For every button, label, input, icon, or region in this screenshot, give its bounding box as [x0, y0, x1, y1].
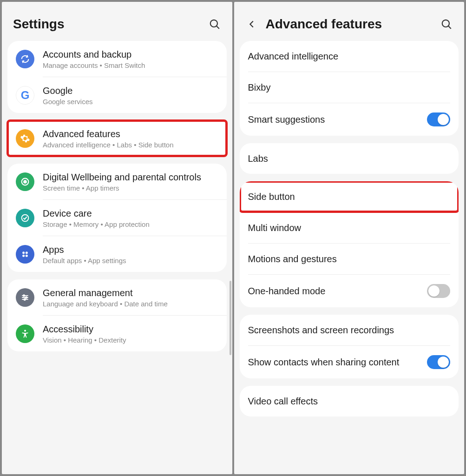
svg-point-6 — [26, 251, 28, 254]
feature-item-title: Multi window — [248, 222, 301, 234]
features-group: Video call effects — [240, 386, 459, 416]
feature-item-title: Side button — [248, 191, 295, 203]
settings-item-accessibility[interactable]: Accessibility Vision • Hearing • Dexteri… — [7, 316, 227, 351]
settings-item-apps[interactable]: Apps Default apps • App settings — [7, 236, 227, 272]
google-icon: G — [16, 86, 34, 105]
search-icon — [440, 18, 453, 30]
scrollbar[interactable] — [230, 281, 231, 355]
svg-point-16 — [442, 20, 449, 27]
settings-item-title: Accessibility — [43, 323, 218, 335]
svg-point-12 — [23, 295, 25, 296]
settings-item-sub: Advanced intelligence • Labs • Side butt… — [43, 141, 218, 149]
search-button[interactable] — [208, 18, 221, 31]
apps-icon — [16, 245, 34, 264]
settings-panel: Settings Accounts and backup Manage acco… — [2, 2, 232, 474]
settings-content[interactable]: Accounts and backup Manage accounts • Sm… — [2, 41, 232, 474]
feature-item-one-handed-mode[interactable]: One-handed mode — [240, 275, 459, 307]
feature-item-title: One-handed mode — [248, 285, 419, 297]
svg-point-7 — [22, 254, 25, 257]
gear-icon — [16, 129, 34, 148]
svg-point-0 — [210, 20, 217, 27]
settings-item-device-care[interactable]: Device care Storage • Memory • App prote… — [7, 200, 227, 236]
feature-item-multi-window[interactable]: Multi window — [240, 212, 459, 243]
settings-item-title: Device care — [43, 207, 218, 219]
settings-item-title: Digital Wellbeing and parental controls — [43, 171, 218, 183]
svg-point-8 — [26, 254, 28, 257]
settings-item-google[interactable]: G Google Google services — [7, 77, 227, 113]
svg-point-14 — [24, 298, 26, 300]
settings-item-title: Advanced features — [43, 128, 218, 140]
feature-item-title: Labs — [248, 152, 268, 165]
settings-item-sub: Google services — [43, 98, 218, 106]
feature-item-motions-gestures[interactable]: Motions and gestures — [240, 244, 459, 274]
settings-item-sub: Manage accounts • Smart Switch — [43, 61, 218, 69]
feature-item-title: Motions and gestures — [248, 253, 337, 265]
sync-icon — [16, 50, 34, 68]
page-title: Advanced features — [266, 17, 433, 32]
settings-item-general-management[interactable]: General management Language and keyboard… — [7, 279, 227, 315]
feature-item-side-button[interactable]: Side button — [240, 181, 459, 212]
sliders-icon — [16, 288, 34, 307]
advanced-features-panel: Advanced features Advanced intelligence … — [234, 2, 465, 474]
feature-item-smart-suggestions[interactable]: Smart suggestions — [240, 103, 459, 136]
wellbeing-icon — [16, 172, 34, 191]
svg-point-15 — [24, 330, 26, 331]
svg-line-1 — [216, 26, 219, 29]
settings-group: Digital Wellbeing and parental controls … — [7, 164, 227, 272]
search-button[interactable] — [440, 18, 453, 31]
feature-item-title: Advanced intelligence — [248, 50, 339, 62]
settings-item-sub: Vision • Hearing • Dexterity — [43, 336, 218, 344]
feature-item-advanced-intelligence[interactable]: Advanced intelligence — [240, 41, 459, 72]
settings-item-advanced-features[interactable]: Advanced features Advanced intelligence … — [7, 120, 227, 156]
page-title: Settings — [13, 17, 201, 32]
svg-point-3 — [24, 180, 26, 183]
feature-item-video-call-effects[interactable]: Video call effects — [240, 386, 459, 416]
settings-item-sub: Default apps • App settings — [43, 257, 218, 264]
settings-group: Accounts and backup Manage accounts • Sm… — [7, 41, 227, 113]
feature-item-screenshots[interactable]: Screenshots and screen recordings — [240, 315, 459, 345]
feature-item-labs[interactable]: Labs — [240, 143, 459, 174]
feature-item-title: Video call effects — [248, 395, 318, 407]
settings-item-title: Accounts and backup — [43, 48, 218, 60]
features-group: Labs — [240, 143, 459, 174]
settings-item-sub: Storage • Memory • App protection — [43, 220, 218, 228]
features-group: Side button Multi window Motions and ges… — [240, 181, 459, 307]
feature-item-show-contacts-sharing[interactable]: Show contacts when sharing content — [240, 346, 459, 378]
settings-item-digital-wellbeing[interactable]: Digital Wellbeing and parental controls … — [7, 164, 227, 199]
features-group: Advanced intelligence Bixby Smart sugges… — [240, 41, 459, 136]
settings-group-highlighted: Advanced features Advanced intelligence … — [7, 120, 227, 156]
feature-item-title: Screenshots and screen recordings — [248, 324, 394, 336]
settings-item-sub: Screen time • App timers — [43, 184, 218, 192]
advanced-features-header: Advanced features — [234, 2, 465, 41]
feature-item-title: Show contacts when sharing content — [248, 356, 419, 368]
settings-item-title: Google — [43, 85, 218, 97]
settings-header: Settings — [2, 2, 232, 41]
settings-group: General management Language and keyboard… — [7, 279, 227, 351]
back-button[interactable] — [245, 18, 258, 31]
device-care-icon — [16, 209, 34, 227]
svg-line-17 — [448, 26, 451, 29]
feature-item-title: Bixby — [248, 81, 271, 93]
features-group: Screenshots and screen recordings Show c… — [240, 315, 459, 378]
toggle-one-handed-mode[interactable] — [427, 284, 450, 298]
settings-item-sub: Language and keyboard • Date and time — [43, 300, 218, 308]
advanced-features-content[interactable]: Advanced intelligence Bixby Smart sugges… — [234, 41, 465, 474]
settings-item-accounts-and-backup[interactable]: Accounts and backup Manage accounts • Sm… — [7, 41, 227, 77]
svg-point-13 — [26, 297, 27, 298]
svg-point-5 — [22, 251, 25, 254]
toggle-smart-suggestions[interactable] — [427, 112, 450, 126]
svg-point-4 — [22, 214, 29, 221]
search-icon — [209, 18, 221, 30]
feature-item-bixby[interactable]: Bixby — [240, 72, 459, 103]
toggle-show-contacts-sharing[interactable] — [427, 355, 450, 369]
chevron-left-icon — [247, 19, 257, 29]
settings-item-title: Apps — [43, 244, 218, 256]
settings-item-title: General management — [43, 287, 218, 299]
accessibility-icon — [16, 324, 34, 343]
feature-item-title: Smart suggestions — [248, 113, 419, 126]
